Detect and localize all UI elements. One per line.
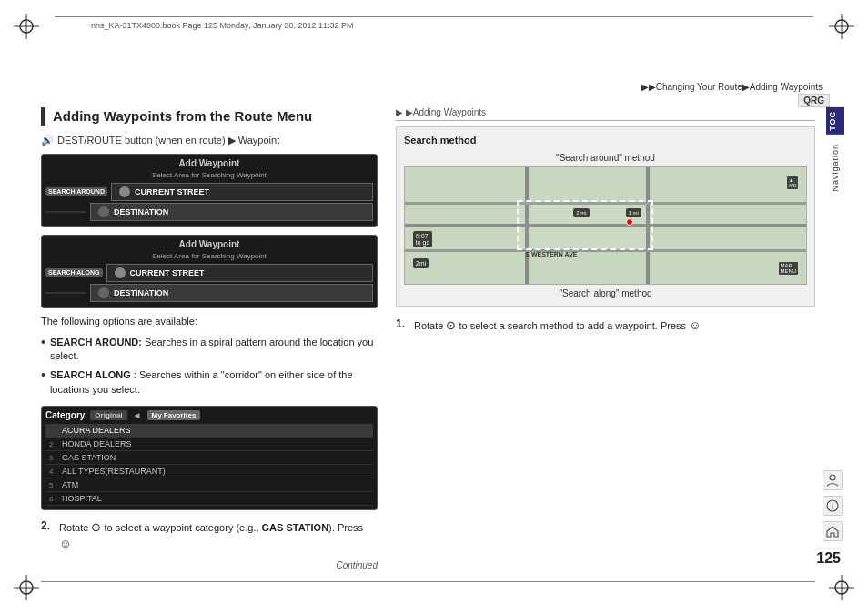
step-2-text: Rotate ⊙ to select a waypoint category (… <box>59 519 378 552</box>
cat-tab-original: Original <box>90 410 126 420</box>
svg-text:i: i <box>832 502 833 511</box>
cat-item-6-name: HOSPITAL <box>62 494 102 503</box>
left-column: Adding Waypoints from the Route Menu 🔊 D… <box>41 107 378 578</box>
qrg-badge: QRG <box>798 94 830 107</box>
ui-screen-2-subtitle: Select Area for Searching Waypoint <box>45 252 373 260</box>
destination-option-1: DESTINATION <box>90 203 373 221</box>
circle-icon-2 <box>98 206 109 217</box>
cat-item-4: 4 ALL TYPES(RESTAURANT) <box>45 465 373 478</box>
cat-label: Category <box>45 410 85 420</box>
current-street-text-1: CURRENT STREET <box>135 187 209 196</box>
cat-arrow: ◄ <box>133 410 142 420</box>
file-info: nns_KA-31TX4800.book Page 125 Monday, Ja… <box>91 21 354 30</box>
bullet-dot-1: • <box>41 336 45 348</box>
map-1mi-label: 1 mi <box>626 208 641 217</box>
right-breadcrumb-arrow: ▶ <box>396 107 403 117</box>
destination-text-2: DESTINATION <box>114 288 168 297</box>
term-search-around: SEARCH AROUND: <box>50 337 142 347</box>
category-screen: Category Original ◄ My Favorites ACURA D… <box>41 406 378 510</box>
spacer-label-1 <box>45 211 86 213</box>
cat-item-2-name: HONDA DEALERS <box>62 439 132 448</box>
cat-item-2: 2 HONDA DEALERS <box>45 438 373 451</box>
bottom-line <box>41 581 815 582</box>
description-intro: The following options are available: <box>41 316 378 327</box>
toc-sidebar: TOC Navigation <box>825 107 845 191</box>
icon-person[interactable] <box>823 470 843 490</box>
continued-text: Continued <box>336 560 378 570</box>
step-2-num: 2. <box>41 519 54 532</box>
cat-item-1: ACURA DEALERS <box>45 424 373 438</box>
cat-item-6: 6 HOSPITAL <box>45 492 373 506</box>
search-along-method-label: "Search along" method <box>404 288 807 298</box>
icon-home[interactable] <box>823 521 843 541</box>
current-street-option-1: CURRENT STREET <box>111 183 373 201</box>
corner-mark-bl <box>14 575 39 600</box>
corner-mark-br <box>829 575 854 600</box>
bullet-text-1: SEARCH AROUND: Searches in a spiral patt… <box>50 336 378 364</box>
current-street-option-2: CURRENT STREET <box>106 264 373 282</box>
nav-label: Navigation <box>831 144 840 192</box>
ui-screen-1-subtitle: Select Area for Searching Waypoint <box>45 171 373 179</box>
cat-tab-favorites: My Favorites <box>147 410 201 420</box>
step-1-num: 1. <box>396 317 409 330</box>
map-time-info: 0:07to go <box>413 231 433 247</box>
search-around-label: SEARCH AROUND <box>45 187 107 196</box>
cat-item-4-name: ALL TYPES(RESTAURANT) <box>62 467 166 476</box>
ui-screen-2-row1: SEARCH ALONG CURRENT STREET <box>45 264 373 282</box>
circle-icon-4 <box>98 287 109 298</box>
section-title: Adding Waypoints from the Route Menu <box>41 107 378 126</box>
cat-item-1-name: ACURA DEALERS <box>62 426 131 435</box>
main-content: Adding Waypoints from the Route Menu 🔊 D… <box>41 107 815 578</box>
svg-point-12 <box>830 475 835 480</box>
destination-option-2: DESTINATION <box>90 284 373 302</box>
ui-screen-1-title: Add Waypoint <box>45 158 373 168</box>
spacer-label-2 <box>45 292 86 294</box>
term-search-along: SEARCH ALONG <box>50 369 131 380</box>
instruction-text: DEST/ROUTE button (when en route) ▶ Wayp… <box>57 135 279 146</box>
bullet-text-2: SEARCH ALONG : Searches within a "corrid… <box>50 368 378 397</box>
right-panel-breadcrumb: ▶ ▶Adding Waypoints <box>396 107 815 121</box>
search-around-method-label: "Search around" method <box>404 153 807 163</box>
bullet-dot-2: • <box>41 368 45 381</box>
cat-item-3: 3 GAS STATION <box>45 451 373 465</box>
step-1-text: Rotate ⊙ to select a search method to ad… <box>414 317 701 334</box>
dest-icon: 🔊 <box>41 135 54 146</box>
map-scale-button[interactable]: ▲4/0 <box>787 176 798 189</box>
map-2mi-label: 2 mi <box>573 208 589 217</box>
bullet-item-2: • SEARCH ALONG : Searches within a "corr… <box>41 368 378 397</box>
destination-text-1: DESTINATION <box>114 207 168 216</box>
toc-box[interactable]: TOC <box>826 107 844 135</box>
page-number: 125 <box>816 550 841 567</box>
map-menu-button[interactable]: MAPMENU <box>779 262 799 275</box>
right-breadcrumb-text: ▶Adding Waypoints <box>406 107 486 117</box>
ui-screen-1-row1: SEARCH AROUND CURRENT STREET <box>45 183 373 201</box>
corner-mark-tl <box>14 14 39 39</box>
current-street-text-2: CURRENT STREET <box>130 268 205 277</box>
ui-screen-1: Add Waypoint Select Area for Searching W… <box>41 154 378 227</box>
top-bar: nns_KA-31TX4800.book Page 125 Monday, Ja… <box>55 16 813 33</box>
cat-item-3-name: GAS STATION <box>62 453 116 462</box>
search-method-title: Search method <box>404 135 807 146</box>
cat-item-5-name: ATM <box>62 480 78 489</box>
side-icons: i <box>823 470 843 541</box>
bullet-list: • SEARCH AROUND: Searches in a spiral pa… <box>41 336 378 398</box>
bullet-item-1: • SEARCH AROUND: Searches in a spiral pa… <box>41 336 378 364</box>
step-2-container: 2. Rotate ⊙ to select a waypoint categor… <box>41 519 378 552</box>
location-dot <box>626 218 633 226</box>
cat-list: ACURA DEALERS 2 HONDA DEALERS 3 GAS STAT… <box>45 424 373 506</box>
map-container: 0:07to go 2mi S WESTERN AVE 2 mi 1 mi MA… <box>404 166 807 285</box>
ui-screen-2: Add Waypoint Select Area for Searching W… <box>41 235 378 308</box>
breadcrumb: ▶▶Changing Your Route▶Adding Waypoints <box>641 82 823 92</box>
cat-item-5: 5 ATM <box>45 478 373 492</box>
road-name-label: S WESTERN AVE <box>525 251 577 257</box>
circle-icon-1 <box>119 186 130 197</box>
circle-icon-3 <box>115 267 126 278</box>
right-panel: Search method "Search around" method 0:0… <box>396 126 815 307</box>
search-along-label: SEARCH ALONG <box>45 268 103 277</box>
ui-screen-1-row2: DESTINATION <box>45 203 373 221</box>
corner-mark-tr <box>829 14 854 39</box>
cat-header: Category Original ◄ My Favorites <box>45 410 373 420</box>
icon-info[interactable]: i <box>823 496 843 516</box>
map-dist-info: 2mi <box>413 258 429 268</box>
right-column: ▶ ▶Adding Waypoints Search method "Searc… <box>396 107 815 578</box>
